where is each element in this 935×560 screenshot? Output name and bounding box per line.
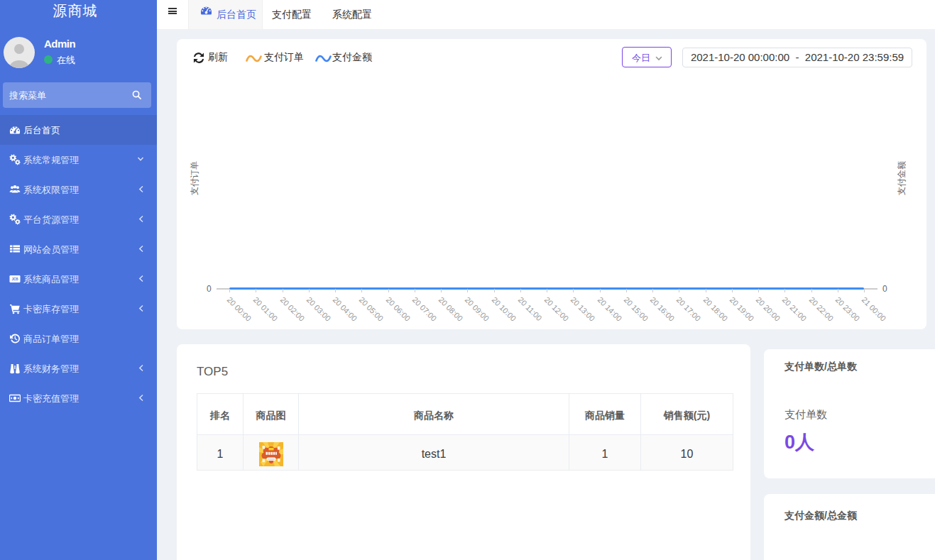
svg-text:JCB: JCB <box>11 278 18 281</box>
